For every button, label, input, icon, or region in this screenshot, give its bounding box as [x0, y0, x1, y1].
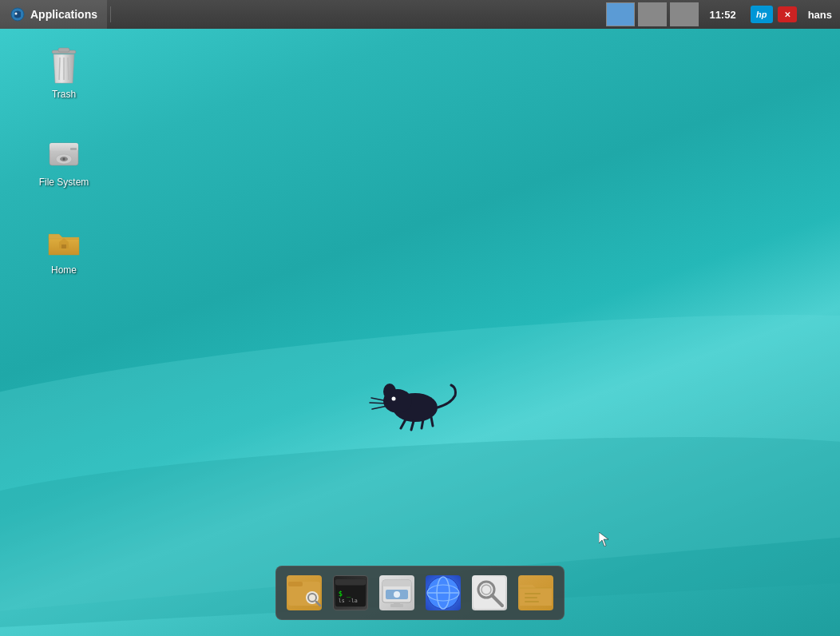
browser-icon: [426, 575, 461, 610]
filemanager-icon: [287, 575, 322, 610]
panel-separator: [110, 6, 111, 22]
svg-rect-26: [288, 582, 303, 586]
username-label: hans: [805, 9, 840, 21]
filesystem-icon-image: [45, 135, 83, 173]
svg-point-12: [15, 13, 18, 15]
applications-label: Applications: [30, 8, 97, 21]
trash-icon[interactable]: Trash: [28, 44, 100, 103]
svg-rect-31: [335, 579, 366, 586]
svg-line-7: [431, 417, 433, 426]
panel-right: 11:52 hp ✕ hans: [605, 0, 840, 29]
desktop: [0, 0, 840, 636]
applications-menu[interactable]: Applications: [0, 0, 107, 29]
svg-rect-49: [525, 593, 541, 594]
workspace-3-button[interactable]: [670, 2, 699, 26]
svg-line-9: [370, 403, 387, 403]
home-icon-image: [45, 223, 83, 261]
trash-label: Trash: [52, 89, 76, 100]
home-icon[interactable]: Home: [28, 220, 100, 279]
bottom-dock: $ _ ls -la: [275, 566, 565, 620]
cursor: [599, 532, 608, 547]
svg-point-22: [63, 158, 65, 161]
dock-terminal[interactable]: $ _ ls -la: [329, 571, 372, 614]
terminal-icon: $ _ ls -la: [333, 575, 368, 610]
search-icon: [472, 575, 507, 610]
svg-rect-39: [394, 602, 400, 605]
system-tray: hp ✕: [746, 0, 803, 29]
svg-line-4: [401, 419, 406, 428]
workspace-2-button[interactable]: [638, 2, 667, 26]
svg-line-15: [59, 58, 60, 80]
svg-line-5: [411, 421, 414, 430]
svg-point-37: [394, 591, 400, 598]
hp-logo: hp: [751, 6, 773, 23]
dock-browser[interactable]: [422, 571, 465, 614]
svg-rect-24: [61, 244, 66, 248]
xfce-logo-icon: [10, 6, 26, 22]
network-icon: ✕: [778, 6, 797, 22]
mouse-mascot: [367, 368, 463, 431]
hp-tray-icon[interactable]: hp: [751, 3, 773, 26]
screenshot-icon: [379, 575, 414, 610]
svg-text:$ _: $ _: [339, 590, 351, 598]
filesystem-icon[interactable]: File System: [28, 132, 100, 191]
filesystem-label: File System: [39, 177, 89, 188]
svg-text:ls -la: ls -la: [339, 598, 358, 604]
svg-line-17: [68, 58, 69, 80]
svg-rect-51: [525, 601, 539, 602]
dock-files[interactable]: [514, 571, 557, 614]
svg-rect-14: [58, 48, 69, 52]
workspace-1-button[interactable]: [606, 2, 635, 26]
clock: 11:52: [701, 9, 743, 21]
dock-screenshot[interactable]: [375, 571, 418, 614]
svg-rect-50: [525, 597, 537, 598]
svg-rect-23: [70, 148, 77, 150]
trash-icon-image: [45, 47, 83, 85]
dock-search[interactable]: [468, 571, 511, 614]
dock-filemanager[interactable]: [283, 571, 326, 614]
files-icon: [518, 575, 553, 610]
network-tray-icon[interactable]: ✕: [776, 3, 798, 26]
home-label: Home: [51, 264, 77, 276]
svg-rect-35: [382, 580, 411, 586]
svg-point-3: [392, 397, 396, 401]
svg-line-6: [422, 419, 423, 428]
svg-line-10: [372, 406, 387, 409]
top-panel: Applications 11:52 hp ✕ hans: [0, 0, 840, 29]
